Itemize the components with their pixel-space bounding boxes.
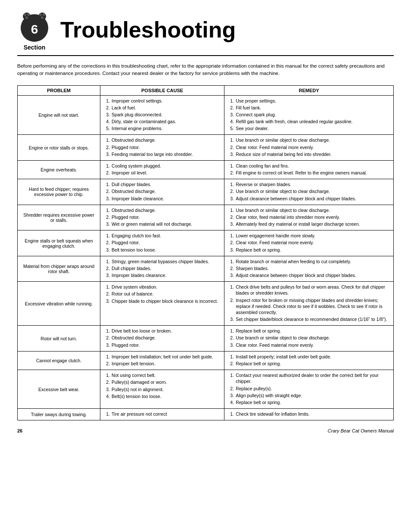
- list-item: 2.Sharpen blades.: [228, 265, 390, 271]
- list-item: 2.Replace pulley(s).: [228, 386, 390, 392]
- cause-cell: 1.Tire air pressure not correct: [100, 409, 224, 420]
- list-item: 3.Adjust clearance between chipper block…: [228, 196, 390, 202]
- list-item: 2.Plugged rotor.: [104, 240, 221, 246]
- list-item: 1.Clean cooling fan and fins.: [228, 163, 390, 169]
- list-item: 1.Lower engagement handle more slowly.: [228, 233, 390, 239]
- list-item: 3.Clear rotor. Feed material more evenly…: [228, 342, 390, 348]
- list-item: 1.Replace belt or spring.: [228, 328, 390, 334]
- cause-cell: 1.Dull chipper blades.2.Obstructed disch…: [100, 179, 224, 205]
- cause-cell: 1.Obstructed discharge.2.Plugged rotor.3…: [100, 135, 224, 161]
- list-item: 2.Clear rotor. Feed material more evenly…: [228, 240, 390, 246]
- problem-cell: Hard to feed chipper; requires excessive…: [18, 179, 100, 205]
- remedy-cell: 1.Check tire sidewall for inflation limi…: [224, 409, 394, 420]
- list-item: 1.Check drive belts and pulleys for bad …: [228, 284, 390, 296]
- list-item: 1.Obstructed discharge.: [104, 137, 221, 143]
- remedy-cell: 1.Reverse or sharpen blades.2.Use branch…: [224, 179, 394, 205]
- list-item: 2.Clear rotor. Feed material more evenly…: [228, 144, 390, 150]
- remedy-cell: 1.Use proper settings.2.Fill fuel tank.3…: [224, 95, 394, 135]
- cause-cell: 1.Drive system vibration.2.Rotor out of …: [100, 282, 224, 326]
- list-item: 3.Set chipper blade/block clearance to r…: [228, 316, 390, 322]
- list-item: 3.Plugged rotor.: [104, 342, 221, 348]
- problem-cell: Material from chipper wraps around rotor…: [18, 256, 100, 282]
- list-item: 2.Pulley(s) damaged or worn.: [104, 379, 221, 385]
- list-item: 3.Pulley(s) not in alignment.: [104, 386, 221, 392]
- list-item: 2.Use branch or similar object to clear …: [228, 188, 390, 194]
- list-item: 1.Use proper settings.: [228, 98, 390, 104]
- list-item: 1.Contact your nearest authorized dealer…: [228, 372, 390, 384]
- list-item: 1.Reverse or sharpen blades.: [228, 181, 390, 187]
- problem-cell: Trailer sways during towing.: [18, 409, 100, 420]
- cause-cell: 1.Cooling system plugged.2.Improper oil …: [100, 160, 224, 179]
- problem-cell: Engine or rotor stalls or stops.: [18, 135, 100, 161]
- list-item: 1.Use branch or similar object to clear …: [228, 137, 390, 143]
- svg-point-4: [24, 13, 26, 16]
- svg-point-5: [27, 13, 30, 16]
- list-item: 3.Reduce size of material being fed into…: [228, 151, 390, 157]
- list-item: 1.Improper belt installation; belt not u…: [104, 354, 221, 360]
- list-item: 2.Obstructed discharge.: [104, 188, 221, 194]
- page-title: Troubleshooting: [60, 19, 236, 41]
- list-item: 5.Internal engine problems.: [104, 125, 221, 131]
- list-item: 1.Cooling system plugged.: [104, 163, 221, 169]
- list-item: 4.Replace belt or spring.: [228, 399, 390, 405]
- list-item: 3.Improper blade clearance.: [104, 196, 221, 202]
- problem-cell: Shredder requires excessive power or sta…: [18, 205, 100, 230]
- list-item: 3.Replace belt or spring.: [228, 247, 390, 253]
- list-item: 2.Dull chipper blades.: [104, 265, 221, 271]
- problem-cell: Engine stalls or belt squeals when engag…: [18, 230, 100, 256]
- table-row: Excessive belt wear.1.Not using correct …: [18, 370, 394, 409]
- problem-cell: Engine overheats.: [18, 160, 100, 179]
- cause-cell: 1.Improper control settings.2.Lack of fu…: [100, 95, 224, 135]
- remedy-cell: 1.Clean cooling fan and fins.2.Fill engi…: [224, 160, 394, 179]
- remedy-cell: 1.Replace belt or spring.2.Use branch or…: [224, 326, 394, 352]
- table-row: Excessive vibration while running.1.Driv…: [18, 282, 394, 326]
- list-item: 2.Plugged rotor.: [104, 144, 221, 150]
- list-item: 1.Obstructed discharge.: [104, 207, 221, 213]
- manual-title: Crary Bear Cat Owners Manual: [328, 428, 394, 433]
- list-item: 3.Align pulley(s) with straight edge.: [228, 392, 390, 398]
- list-item: 2.Lack of fuel.: [104, 105, 221, 111]
- list-item: 2.Improper belt tension.: [104, 361, 221, 367]
- list-item: 4.Refill gas tank with fresh, clean unle…: [228, 118, 390, 124]
- troubleshooting-table: PROBLEM POSSIBLE CAUSE REMEDY Engine wil…: [17, 85, 394, 421]
- table-row: Trailer sways during towing.1.Tire air p…: [18, 409, 394, 420]
- list-item: 2.Rotor out of balance.: [104, 291, 221, 297]
- svg-point-9: [41, 16, 44, 19]
- list-item: 3.Chipper blade to chipper block clearan…: [104, 298, 221, 304]
- remedy-cell: 1.Install belt properly; install belt un…: [224, 351, 394, 370]
- problem-cell: Excessive vibration while running.: [18, 282, 100, 326]
- cause-cell: 1.Drive belt too loose or broken.2.Obstr…: [100, 326, 224, 352]
- list-item: 2.Plugged rotor.: [104, 214, 221, 220]
- list-item: 2.Obstructed discharge.: [104, 335, 221, 341]
- intro-paragraph: Before performing any of the corrections…: [17, 62, 394, 78]
- list-item: 1.Check tire sidewall for inflation limi…: [228, 411, 390, 417]
- list-item: 2.Improper oil level.: [104, 170, 221, 176]
- remedy-cell: 1.Rotate branch or material when feeding…: [224, 256, 394, 282]
- list-item: 2.Replace belt or spring.: [228, 361, 390, 367]
- cause-cell: 1.Improper belt installation; belt not u…: [100, 351, 224, 370]
- problem-cell: Engine will not start.: [18, 95, 100, 135]
- list-item: 1.Not using correct belt.: [104, 372, 221, 378]
- list-item: 1.Use branch or similar object to clear …: [228, 207, 390, 213]
- page-number: 26: [17, 428, 22, 433]
- svg-point-8: [43, 13, 45, 16]
- list-item: 4.Belt(s) tension too loose.: [104, 393, 221, 399]
- header-divider: [17, 55, 394, 56]
- list-item: 2.Inspect rotor for broken or missing ch…: [228, 297, 390, 316]
- list-item: 2.Fill fuel tank.: [228, 105, 390, 111]
- remedy-cell: 1.Contact your nearest authorized dealer…: [224, 370, 394, 409]
- svg-point-7: [39, 13, 42, 16]
- table-row: Material from chipper wraps around rotor…: [18, 256, 394, 282]
- list-item: 3.Wet or green material will not dischar…: [104, 221, 221, 227]
- remedy-cell: 1.Use branch or similar object to clear …: [224, 135, 394, 161]
- remedy-cell: 1.Check drive belts and pulleys for bad …: [224, 282, 394, 326]
- table-row: Rotor will not turn.1.Drive belt too loo…: [18, 326, 394, 352]
- problem-cell: Rotor will not turn.: [18, 326, 100, 352]
- list-item: 3.Improper blades clearance.: [104, 272, 221, 278]
- svg-point-6: [25, 16, 28, 19]
- list-item: 3.Feeding material too large into shredd…: [104, 151, 221, 157]
- table-row: Engine stalls or belt squeals when engag…: [18, 230, 394, 256]
- table-row: Engine or rotor stalls or stops.1.Obstru…: [18, 135, 394, 161]
- list-item: 1.Dull chipper blades.: [104, 181, 221, 187]
- list-item: 3.Adjust clearance between chipper block…: [228, 272, 390, 278]
